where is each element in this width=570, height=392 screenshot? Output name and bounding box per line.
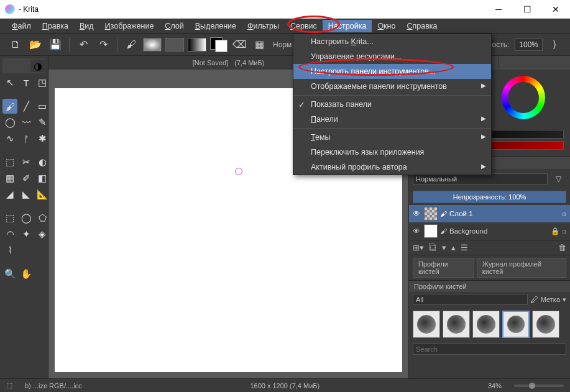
- status-color-profile[interactable]: b) ...ize RGB/....icc: [25, 382, 82, 390]
- brush-preset-4[interactable]: [502, 311, 530, 338]
- freehand-path-tool[interactable]: ∿: [2, 131, 17, 146]
- line-tool[interactable]: ╱: [19, 99, 34, 114]
- gradient-tool[interactable]: ◢: [2, 187, 17, 202]
- menu-выделение[interactable]: Выделение: [190, 20, 242, 32]
- brush-preset-5[interactable]: [532, 311, 559, 338]
- minimize-button[interactable]: ─: [484, 0, 513, 19]
- menu-настройка[interactable]: Настройка: [323, 20, 372, 32]
- multibrush-tool[interactable]: ✱: [35, 131, 50, 146]
- move-layer-down-button[interactable]: ▾: [442, 243, 446, 252]
- layer-thumbnail[interactable]: [424, 207, 438, 221]
- rectangle-tool[interactable]: ▭: [35, 99, 50, 114]
- calligraphy-tool[interactable]: ◐: [35, 155, 50, 170]
- opacity-field[interactable]: 100%: [515, 39, 543, 51]
- menu-item[interactable]: Переключить язык приложения: [293, 145, 491, 160]
- rect-select-tool[interactable]: ⬚: [2, 211, 17, 226]
- save-file-button[interactable]: 💾: [47, 37, 63, 53]
- alpha-icon[interactable]: α: [562, 210, 566, 217]
- polygon-select-tool[interactable]: ⬠: [35, 211, 50, 226]
- menu-сервис[interactable]: Сервис: [285, 20, 323, 32]
- menu-справка[interactable]: Справка: [401, 20, 443, 32]
- brush-preset-3[interactable]: [472, 311, 500, 338]
- menu-вид[interactable]: Вид: [74, 20, 99, 32]
- text-tool[interactable]: ✂: [19, 155, 34, 170]
- menu-item[interactable]: Панели▶: [293, 112, 491, 127]
- menu-item[interactable]: ✓Показать панели: [293, 97, 491, 112]
- menu-item[interactable]: Настроить Krita...: [293, 34, 491, 49]
- close-button[interactable]: ✕: [541, 0, 570, 19]
- undo-button[interactable]: ↶: [75, 37, 91, 53]
- move-tool[interactable]: ↖: [2, 75, 17, 90]
- new-file-button[interactable]: 🗋: [7, 37, 24, 53]
- bezier-tool[interactable]: ✎: [35, 115, 50, 130]
- edit-shapes-tool[interactable]: ⬚: [2, 155, 17, 170]
- menu-окно[interactable]: Окно: [372, 20, 401, 32]
- tag-label[interactable]: Метка: [541, 296, 560, 303]
- redo-button[interactable]: ↷: [95, 37, 111, 53]
- ellipse-select-tool[interactable]: ◯: [19, 211, 34, 226]
- toolbox-tab-icon[interactable]: ◑: [30, 60, 45, 72]
- add-layer-button[interactable]: ⊞▾: [413, 243, 424, 252]
- tab-brush-history[interactable]: Журнал профилей кистей: [477, 258, 566, 278]
- layer-row[interactable]: 👁🖌Background🔒α: [409, 222, 570, 240]
- layer-name[interactable]: Слой 1: [449, 210, 559, 217]
- transform-tool[interactable]: T: [19, 75, 34, 90]
- alpha-lock-toggle[interactable]: ▦: [251, 37, 267, 53]
- menu-item[interactable]: Активный профиль автора▶: [293, 160, 491, 175]
- brush-search-input[interactable]: [413, 344, 566, 355]
- layer-row[interactable]: 👁🖌Слой 1α: [409, 205, 570, 222]
- menu-изображение[interactable]: Изображение: [99, 20, 160, 32]
- bezier-select-tool[interactable]: ⌇: [2, 243, 17, 258]
- brush-preview[interactable]: [143, 38, 162, 52]
- color-wheel[interactable]: [502, 76, 545, 119]
- freehand-brush-tool[interactable]: 🖌: [2, 99, 17, 114]
- move-layer-up-button[interactable]: ▴: [451, 243, 456, 252]
- tag-dropdown-icon[interactable]: ▾: [563, 296, 566, 304]
- brush-icon[interactable]: 🖌: [123, 37, 139, 53]
- brush-preset-2[interactable]: [443, 311, 470, 338]
- layer-filter-icon[interactable]: ▽: [550, 171, 566, 187]
- menu-правка[interactable]: Правка: [37, 20, 74, 32]
- fill-tool[interactable]: ◧: [35, 171, 50, 186]
- dyna-brush-tool[interactable]: ᚠ: [19, 131, 34, 146]
- pattern-swatch[interactable]: [165, 38, 184, 52]
- menu-item[interactable]: Управление ресурсами...: [293, 49, 491, 64]
- layer-thumbnail[interactable]: [424, 224, 438, 238]
- brush-filter-select[interactable]: All: [413, 294, 528, 305]
- toolbar-chevron[interactable]: ⟩: [546, 37, 563, 53]
- menu-item[interactable]: Отображаемые панели инструментов▶: [293, 79, 491, 94]
- brush-preset-1[interactable]: [413, 311, 440, 338]
- visibility-icon[interactable]: 👁: [413, 227, 421, 235]
- zoom-tool[interactable]: 🔍: [2, 267, 17, 281]
- similar-select-tool[interactable]: ◈: [35, 227, 50, 242]
- document-name[interactable]: [Not Saved]: [193, 59, 228, 66]
- assistant-tool[interactable]: ◣: [19, 187, 34, 202]
- status-zoom-value[interactable]: 34%: [488, 382, 502, 390]
- contiguous-select-tool[interactable]: ✦: [19, 227, 34, 242]
- layer-name[interactable]: Background: [449, 227, 548, 235]
- status-select-icon[interactable]: ⬚: [6, 381, 12, 390]
- visibility-icon[interactable]: 👁: [413, 209, 421, 218]
- delete-layer-button[interactable]: 🗑: [558, 243, 566, 252]
- alpha-icon[interactable]: α: [562, 227, 566, 235]
- tab-brush-profiles[interactable]: Профили кистей: [413, 258, 474, 278]
- measure-tool[interactable]: 📐: [35, 187, 50, 202]
- menu-item[interactable]: Темы▶: [293, 130, 491, 145]
- duplicate-layer-button[interactable]: ⿻: [429, 243, 437, 252]
- menu-фильтры[interactable]: Фильтры: [242, 20, 285, 32]
- eraser-toggle[interactable]: ⌫: [231, 37, 247, 53]
- open-file-button[interactable]: 📂: [27, 37, 44, 53]
- crop-tool[interactable]: ◳: [35, 75, 50, 90]
- fg-bg-color-swatch[interactable]: [210, 37, 228, 52]
- polyline-tool[interactable]: 〰: [19, 115, 34, 130]
- zoom-slider[interactable]: [514, 385, 564, 387]
- layer-properties-button[interactable]: ☰: [461, 243, 468, 252]
- pattern-edit-tool[interactable]: ▦: [2, 171, 17, 186]
- lock-icon[interactable]: 🔒: [551, 227, 559, 235]
- freehand-select-tool[interactable]: ◠: [2, 227, 17, 242]
- layer-opacity-slider[interactable]: Непрозрачность: 100%: [413, 191, 566, 203]
- tag-icon[interactable]: 🖊: [530, 295, 538, 304]
- menu-слой[interactable]: Слой: [159, 20, 189, 32]
- menu-item[interactable]: Настроить панели инструментов...: [293, 64, 491, 79]
- ellipse-tool[interactable]: ◯: [2, 115, 17, 130]
